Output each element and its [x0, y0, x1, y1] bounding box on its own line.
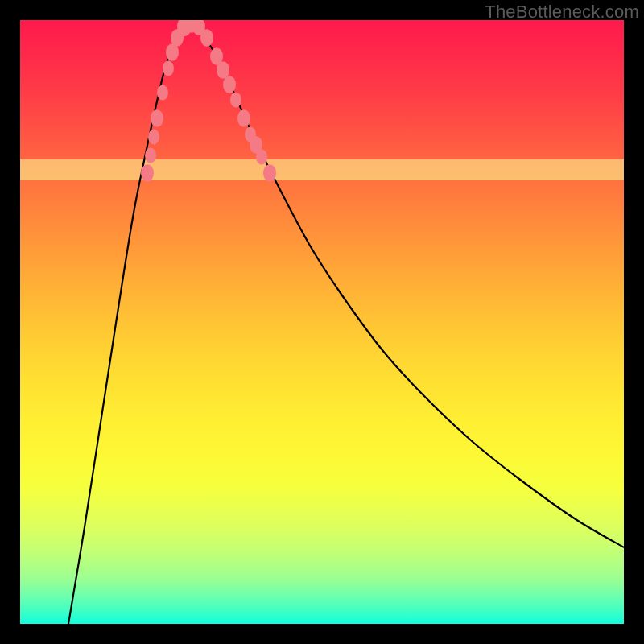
curve-markers	[141, 20, 276, 182]
curve-marker	[151, 109, 163, 127]
curve-marker	[157, 85, 168, 101]
watermark-text: TheBottleneck.com	[485, 2, 639, 23]
curve-svg	[20, 20, 624, 624]
chart-plot-area	[20, 20, 624, 624]
curve-marker	[263, 164, 276, 182]
curve-marker	[145, 148, 156, 163]
curve-marker	[237, 109, 250, 127]
curve-marker	[217, 61, 229, 79]
curve-marker	[141, 164, 154, 182]
curve-marker	[256, 150, 267, 165]
curve-marker	[163, 61, 174, 76]
curve-marker	[148, 130, 159, 145]
curve-marker	[200, 29, 213, 47]
curve-marker	[223, 76, 236, 93]
curve-marker	[230, 93, 242, 108]
